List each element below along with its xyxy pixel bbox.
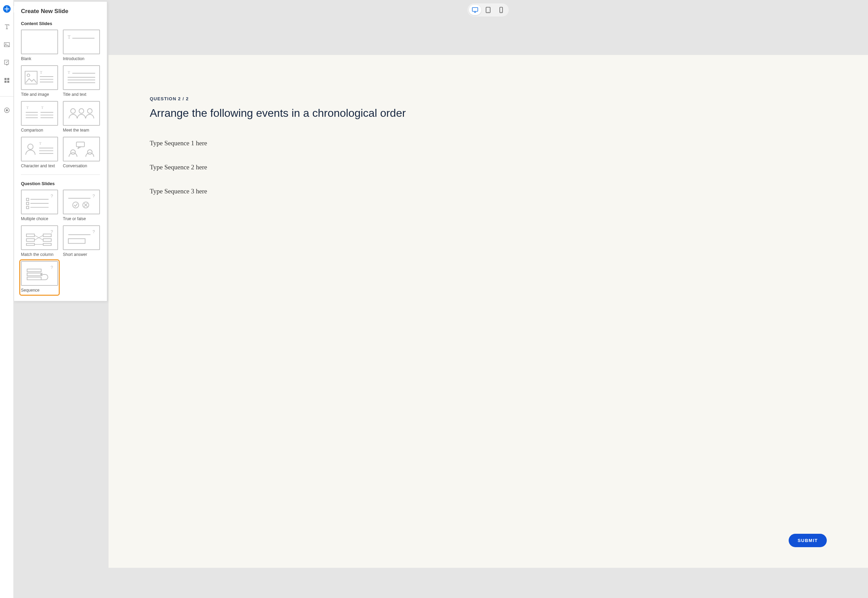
question-slides-label: Question Slides — [21, 181, 100, 186]
svg-rect-7 — [7, 81, 9, 83]
thumb-conversation[interactable]: Conversation — [63, 137, 100, 168]
question-thumb-grid: ? Multiple choice ? True or false ? Matc… — [21, 190, 100, 294]
grid-tool-button[interactable] — [3, 76, 11, 85]
thumb-sequence[interactable]: ? Sequence — [21, 261, 58, 294]
svg-point-32 — [79, 109, 84, 114]
thumb-preview-title-image: T — [21, 65, 58, 90]
thumb-label: Introduction — [63, 56, 100, 61]
thumb-introduction[interactable]: T Introduction — [63, 30, 100, 61]
thumb-true-false[interactable]: ? True or false — [63, 190, 100, 221]
flyout-divider — [21, 175, 100, 175]
record-icon — [4, 107, 10, 114]
thumb-label: Title and text — [63, 92, 100, 97]
device-mobile-button[interactable] — [495, 5, 507, 15]
thumb-preview-short-answer: ? — [63, 225, 100, 250]
device-desktop-button[interactable] — [469, 5, 481, 15]
svg-text:T: T — [68, 35, 71, 40]
add-slide-button[interactable] — [3, 5, 11, 13]
sequence-item-2[interactable]: Type Sequence 2 here — [150, 163, 827, 171]
thumb-label: True or false — [63, 217, 100, 221]
thumb-label: Comparison — [21, 128, 58, 133]
submit-button[interactable]: SUBMIT — [789, 534, 827, 547]
media-tool-button[interactable] — [3, 40, 11, 49]
svg-rect-5 — [7, 78, 9, 80]
text-tool-button[interactable] — [3, 23, 11, 31]
content-slides-label: Content Slides — [21, 21, 100, 26]
svg-rect-62 — [68, 239, 85, 244]
sequence-item-1[interactable]: Type Sequence 1 here — [150, 139, 827, 147]
svg-rect-56 — [27, 239, 34, 241]
svg-point-33 — [88, 109, 93, 114]
sequence-item-3[interactable]: Type Sequence 3 here — [150, 188, 827, 195]
thumb-multiple-choice[interactable]: ? Multiple choice — [21, 190, 58, 221]
thumb-preview-match-column: ? — [21, 225, 58, 250]
svg-point-34 — [28, 144, 33, 150]
thumb-preview-conversation — [63, 137, 100, 161]
svg-rect-47 — [27, 206, 29, 209]
svg-rect-43 — [27, 198, 29, 200]
thumb-preview-sequence: ? — [21, 261, 58, 286]
svg-rect-66 — [27, 277, 41, 280]
thumb-label: Meet the team — [63, 128, 100, 133]
thumb-label: Sequence — [21, 288, 58, 293]
svg-rect-6 — [4, 81, 6, 83]
device-switcher — [468, 3, 509, 16]
svg-text:?: ? — [93, 193, 95, 199]
create-slide-flyout: Create New Slide Content Slides Blank T … — [14, 1, 107, 301]
svg-point-51 — [73, 202, 79, 208]
thumb-title-image[interactable]: T Title and image — [21, 65, 58, 97]
svg-text:?: ? — [93, 229, 95, 234]
thumb-preview-introduction: T — [63, 30, 100, 54]
flyout-title: Create New Slide — [21, 8, 100, 15]
question-counter: QUESTION 2 / 2 — [150, 96, 827, 101]
svg-rect-64 — [27, 269, 41, 272]
thumb-meet-team[interactable]: Meet the team — [63, 101, 100, 133]
thumb-short-answer[interactable]: ? Short answer — [63, 225, 100, 257]
svg-rect-59 — [43, 244, 51, 245]
content-thumb-grid: Blank T Introduction T Title and image T… — [21, 30, 100, 168]
desktop-icon — [472, 7, 478, 13]
thumb-character-text[interactable]: T Character and text — [21, 137, 58, 168]
thumb-title-text[interactable]: T Title and text — [63, 65, 100, 97]
svg-rect-3 — [4, 60, 9, 64]
svg-point-9 — [6, 109, 8, 111]
image-icon — [4, 42, 10, 48]
device-tablet-button[interactable] — [482, 5, 494, 15]
svg-point-40 — [71, 150, 76, 155]
svg-rect-67 — [472, 7, 478, 11]
thumb-blank[interactable]: Blank — [21, 30, 58, 61]
grid-icon — [4, 77, 10, 84]
thumb-preview-multiple-choice: ? — [21, 190, 58, 214]
svg-point-31 — [71, 109, 76, 114]
record-tool-button[interactable] — [3, 106, 11, 114]
question-tool-button[interactable] — [3, 58, 11, 67]
svg-rect-65 — [27, 273, 41, 276]
svg-text:T: T — [68, 70, 70, 75]
svg-rect-55 — [43, 234, 51, 237]
svg-point-41 — [88, 150, 93, 155]
thumb-preview-true-false: ? — [63, 190, 100, 214]
thumb-preview-comparison: TT — [21, 101, 58, 126]
rail-divider — [0, 96, 13, 97]
thumb-preview-title-text: T — [63, 65, 100, 90]
thumb-preview-blank — [21, 30, 58, 54]
svg-rect-4 — [4, 78, 6, 80]
svg-point-13 — [27, 74, 30, 76]
svg-text:T: T — [41, 105, 43, 109]
svg-text:?: ? — [51, 193, 53, 199]
slide-canvas: QUESTION 2 / 2 Arrange the following eve… — [109, 55, 868, 568]
text-icon — [4, 24, 10, 30]
tool-rail — [0, 0, 14, 598]
svg-rect-57 — [43, 239, 51, 241]
thumb-preview-character-text: T — [21, 137, 58, 161]
thumb-label: Conversation — [63, 163, 100, 168]
thumb-label: Multiple choice — [21, 217, 58, 221]
plus-circle-icon — [3, 5, 11, 13]
svg-text:?: ? — [51, 229, 53, 234]
question-title[interactable]: Arrange the following events in a chrono… — [150, 107, 827, 120]
submit-row: SUBMIT — [150, 534, 827, 547]
tablet-icon — [486, 7, 490, 13]
thumb-comparison[interactable]: TT Comparison — [21, 101, 58, 133]
svg-point-71 — [501, 12, 501, 12]
thumb-match-column[interactable]: ? Match the column — [21, 225, 58, 257]
